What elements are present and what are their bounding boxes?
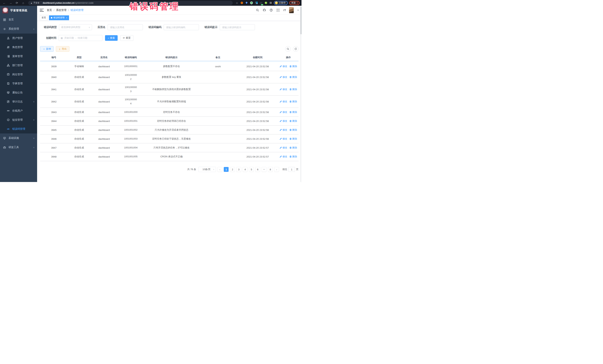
- sidebar-item-error-code[interactable]: </> 错误码管理: [0, 124, 37, 133]
- table-row[interactable]: 3944 自动生成 dashboard 1001001001 定时任务的处理器已…: [40, 117, 299, 126]
- refresh-table-button[interactable]: [293, 46, 299, 52]
- page-button-6[interactable]: 6: [255, 167, 260, 172]
- table-row[interactable]: 3943 自动生成 dashboard 1001001000 定时任务不存在 2…: [40, 108, 299, 117]
- tag-error-code[interactable]: 错误码管理 ×: [49, 15, 69, 20]
- delete-link[interactable]: 删除: [290, 146, 297, 149]
- forward-icon[interactable]: →: [8, 0, 13, 5]
- delete-link[interactable]: 删除: [290, 76, 297, 79]
- bookmark-star-icon[interactable]: ☆: [235, 1, 239, 5]
- extensions-puzzle-icon[interactable]: ⚄: [269, 1, 272, 5]
- page-button-8[interactable]: 8: [268, 167, 273, 172]
- window-scrollbar[interactable]: [300, 6, 302, 182]
- breadcrumb-system[interactable]: 系统管理: [56, 9, 66, 12]
- extension-orange-icon[interactable]: [240, 1, 244, 5]
- date-range-picker[interactable]: ▦ 开始日期 - 结束日期: [59, 35, 103, 41]
- back-icon[interactable]: ←: [2, 0, 7, 5]
- delete-link[interactable]: 删除: [290, 88, 297, 91]
- sidebar-item-departments[interactable]: 部门管理: [0, 61, 37, 70]
- extension-gem-icon[interactable]: [245, 1, 248, 5]
- sidebar-item-dev-tools[interactable]: 研发工具 ∨: [0, 143, 37, 152]
- table-row[interactable]: 3942 自动生成 dashboard 100100000 4 不允许获取敏感配…: [40, 96, 299, 108]
- edit-link[interactable]: 修改: [280, 146, 287, 149]
- page-button-3[interactable]: 3: [236, 167, 241, 172]
- edit-link[interactable]: 修改: [280, 100, 287, 103]
- goto-page-input[interactable]: [288, 167, 295, 172]
- error-type-select[interactable]: 请选择错误码类型 ∨: [59, 24, 92, 30]
- help-icon[interactable]: [269, 8, 273, 12]
- font-size-icon[interactable]: TT: [283, 9, 286, 11]
- reload-icon[interactable]: ⟳: [14, 0, 19, 5]
- tag-home[interactable]: 首页: [40, 15, 48, 20]
- sidebar-item-audit-log[interactable]: 审计日志 ∨: [0, 97, 37, 106]
- sidebar-item-menus[interactable]: 菜单管理: [0, 52, 37, 61]
- edit-link[interactable]: 修改: [280, 65, 287, 68]
- extension-cubes-icon[interactable]: [255, 1, 258, 5]
- page-button-4[interactable]: 4: [243, 167, 247, 172]
- sidebar-item-home[interactable]: 首页: [0, 15, 37, 24]
- next-page-button[interactable]: ›: [274, 167, 279, 172]
- sidebar-item-posts[interactable]: 岗位管理: [0, 70, 37, 79]
- sidebar-item-sms[interactable]: 短信管理 ∨: [0, 115, 37, 124]
- extension-key-icon[interactable]: [264, 1, 267, 5]
- edit-link[interactable]: 修改: [280, 137, 287, 141]
- extension-green-icon[interactable]: v: [250, 1, 253, 5]
- edit-link[interactable]: 修改: [280, 110, 287, 114]
- user-avatar[interactable]: [289, 7, 294, 13]
- page-button-2[interactable]: 2: [230, 167, 235, 172]
- table-row[interactable]: 3941 自动生成 dashboard 100100000 3 不能删除类型为系…: [40, 83, 299, 96]
- export-button[interactable]: ⭳ 导出: [56, 46, 70, 52]
- page-button-1[interactable]: 1: [224, 167, 229, 172]
- tag-close-icon[interactable]: ×: [66, 17, 67, 19]
- edit-link[interactable]: 修改: [280, 119, 287, 123]
- toggle-search-button[interactable]: [285, 46, 291, 52]
- sidebar-item-users[interactable]: 用户管理: [0, 33, 37, 43]
- error-code-input[interactable]: [164, 24, 199, 30]
- delete-link[interactable]: 删除: [290, 65, 297, 68]
- sidebar-item-dictionary[interactable]: 字典管理: [0, 79, 37, 88]
- home-icon[interactable]: ⌂: [21, 0, 26, 5]
- reset-button[interactable]: ⟳ 重置: [120, 35, 133, 41]
- browser-menu-icon[interactable]: [297, 2, 298, 4]
- search-button[interactable]: ⌕ 搜索: [105, 35, 118, 41]
- edit-link[interactable]: 修改: [280, 155, 287, 158]
- sidebar-item-online-users[interactable]: 在线用户: [0, 106, 37, 115]
- error-msg-input[interactable]: [220, 24, 255, 30]
- table-row[interactable]: 3939 手动编辑 dashboard 1001000001 参数配置不存在 c…: [40, 62, 299, 71]
- github-icon[interactable]: [263, 8, 266, 12]
- app-name-input[interactable]: [108, 24, 143, 30]
- fullscreen-icon[interactable]: [276, 8, 280, 12]
- browser-update-button[interactable]: 更新: [289, 1, 300, 5]
- address-bar[interactable]: ▲ 不安全 dashboard.yudao.iocoder.cn/system/…: [28, 1, 233, 5]
- more-pages-button[interactable]: •••: [262, 167, 267, 172]
- sidebar-item-notices[interactable]: 通知公告: [0, 88, 37, 97]
- edit-link[interactable]: 修改: [280, 88, 287, 91]
- sidebar-item-system[interactable]: 系统管理 ∧: [0, 24, 37, 33]
- delete-link[interactable]: 删除: [290, 119, 297, 123]
- delete-link[interactable]: 删除: [290, 155, 297, 158]
- table-row[interactable]: 3940 自动生成 dashboard 100100000 2 参数配置 key…: [40, 71, 299, 83]
- prev-page-button[interactable]: ‹: [218, 167, 222, 172]
- table-row[interactable]: 3947 自动生成 dashboard 1001001004 只有开启状态的任务…: [40, 143, 299, 152]
- avatar-caret-icon[interactable]: ▼: [297, 9, 299, 11]
- page-button-5[interactable]: 5: [249, 167, 254, 172]
- sidebar-toggle-icon[interactable]: [40, 9, 44, 12]
- scrollbar-thumb[interactable]: [301, 7, 302, 34]
- profile-paused-badge[interactable]: 已暂停: [274, 1, 288, 5]
- delete-link[interactable]: 删除: [290, 128, 297, 132]
- delete-link[interactable]: 删除: [290, 137, 297, 141]
- edit-link[interactable]: 修改: [280, 128, 287, 132]
- table-row[interactable]: 3946 自动生成 dashboard 1001001003 定时任务已经处于该…: [40, 134, 299, 143]
- add-button[interactable]: ＋ 新增: [40, 46, 54, 52]
- not-secure-warning[interactable]: ▲ 不安全: [30, 1, 39, 4]
- extension-on-icon[interactable]: on: [259, 1, 263, 5]
- table-row[interactable]: 3945 自动生成 dashboard 1001001002 只允许修改为开启或…: [40, 126, 299, 134]
- page-size-select[interactable]: 10条/页 ∨: [198, 167, 216, 172]
- delete-link[interactable]: 删除: [290, 110, 297, 114]
- breadcrumb-home[interactable]: 首页: [47, 9, 52, 12]
- search-icon[interactable]: [256, 8, 259, 12]
- table-row[interactable]: 3948 自动生成 dashboard 1001001005 CRON 表达式不…: [40, 152, 299, 161]
- edit-link[interactable]: 修改: [280, 76, 287, 79]
- delete-link[interactable]: 删除: [290, 100, 297, 103]
- sidebar-item-infrastructure[interactable]: 基础设施 ∨: [0, 133, 37, 143]
- sidebar-item-roles[interactable]: 角色管理: [0, 43, 37, 52]
